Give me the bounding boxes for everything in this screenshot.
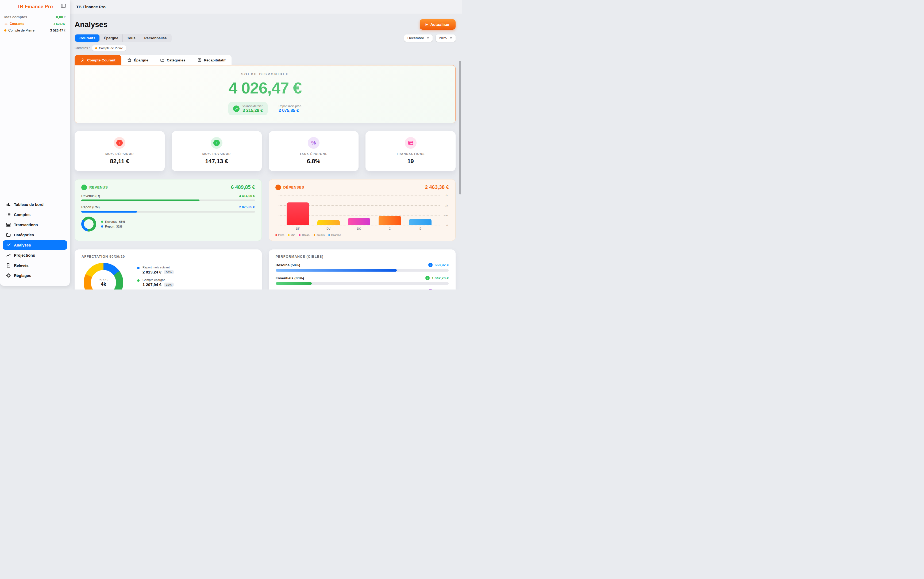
tab-compte-courant[interactable]: Compte Courant	[75, 55, 121, 65]
sidebar-header: TB Finance Pro	[0, 0, 70, 12]
account-dot-icon	[95, 47, 97, 49]
revenue-progress-track	[81, 200, 255, 201]
legend-item-revenus: Revenus 68%	[101, 220, 125, 223]
balance-value: 4 026,47 €	[80, 79, 450, 97]
bank-icon	[127, 58, 131, 62]
revenues-title: REVENUS	[89, 185, 108, 189]
nav-label: Transactions	[14, 223, 38, 227]
revenue-row-value: 4 414,00 €	[239, 194, 255, 198]
tab-recapitulatif[interactable]: Récapitulatif	[192, 55, 231, 65]
percentage-badge: 30%	[164, 283, 174, 287]
legend-dot-icon	[137, 279, 140, 282]
sidebar-toggle-icon[interactable]	[61, 3, 66, 9]
app-window: TB Finance Pro Mes comptes 0,00€ Courant…	[0, 0, 462, 290]
segment-epargne[interactable]: Épargne	[100, 34, 123, 42]
nav-label: Analyses	[14, 243, 31, 247]
tab-label: Récapitulatif	[204, 58, 226, 62]
main-content: Analyses ▶ Actualiser Courants Épargne T…	[70, 14, 462, 290]
tab-label: Épargne	[134, 58, 148, 62]
line-chart-icon	[6, 242, 11, 248]
arrow-up-circle-icon: ↑	[211, 137, 222, 149]
month-select[interactable]: Décembre	[404, 34, 433, 42]
segment-personnalise[interactable]: Personnalisé	[140, 34, 171, 42]
account-value: 3 526,47€	[50, 29, 66, 32]
expenses-bar-chart: 2k 1k 500 0	[279, 195, 440, 225]
account-item[interactable]: Compte de Pierre 3 526,47€	[4, 29, 66, 32]
vs-value: 3 215,28 €	[243, 108, 263, 113]
document-icon	[6, 263, 11, 268]
performance-title: PERFORMANCE (CIBLES)	[276, 255, 449, 258]
vs-label: vs mois dernier	[243, 105, 263, 108]
account-filter-chip[interactable]: Compte de Pierre	[92, 46, 126, 51]
sidebar-item-tableau-de-bord[interactable]: Tableau de bord	[3, 200, 67, 209]
bar-occasionnelles	[348, 218, 370, 225]
legend-dot-icon	[299, 234, 300, 236]
analysis-tabs: Compte Courant Épargne Catégories Récapi…	[75, 55, 231, 65]
arrow-up-circle-icon: ↑	[81, 185, 87, 190]
expenses-total: 2 463,38 €	[425, 184, 449, 190]
tab-label: Compte Courant	[87, 58, 115, 62]
tab-epargne[interactable]: Épargne	[121, 55, 154, 65]
allocation-title: AFFECTATION 50/30/20	[82, 255, 255, 258]
performance-track	[276, 269, 449, 272]
stat-label: MOY. REV/JOUR	[174, 152, 259, 155]
segment-tous[interactable]: Tous	[123, 34, 140, 42]
account-group-courants[interactable]: Courants 3 526,47	[4, 22, 66, 26]
tab-categories[interactable]: Catégories	[154, 55, 192, 65]
sidebar-item-comptes[interactable]: Comptes	[3, 210, 67, 219]
legend-dot-icon	[101, 226, 103, 227]
y-axis-tick: 0	[446, 224, 448, 227]
performance-fill	[276, 269, 397, 272]
donut-center-value: 4k	[101, 281, 106, 287]
balance-label: SOLDE DISPONIBLE	[80, 72, 450, 76]
account-group-value: 3 526,47	[54, 22, 66, 25]
allocation-donut-chart: TOTAL 4k	[84, 263, 123, 290]
sidebar-item-transactions[interactable]: Transactions	[3, 220, 67, 229]
stat-card-taux-epargne: % TAUX ÉPARGNE 6.8%	[269, 131, 359, 171]
accounts-list-icon	[6, 212, 11, 217]
account-dot-icon	[4, 29, 7, 31]
stat-label: MOY. DÉP/JOUR	[77, 152, 162, 155]
y-axis-tick: 2k	[445, 194, 448, 197]
nav-label: Catégories	[14, 233, 34, 237]
revenues-panel: ↑ REVENUS 6 489,85 € Revenus (R) 4 414,0…	[75, 179, 262, 241]
sidebar-item-projections[interactable]: Projections	[3, 250, 67, 260]
nav-label: Comptes	[14, 213, 31, 217]
card-icon	[405, 137, 417, 149]
arrow-down-circle-icon: ↓	[113, 137, 125, 149]
sidebar-item-reglages[interactable]: Réglages	[3, 271, 67, 280]
revenue-row-label: Revenus (R)	[81, 194, 100, 198]
main-area: TB Finance Pro Analyses ▶ Actualiser Cou…	[70, 0, 462, 290]
refresh-button[interactable]: ▶ Actualiser	[420, 19, 456, 29]
year-select-value: 2025	[439, 36, 447, 40]
sidebar-item-categories[interactable]: Catégories	[3, 230, 67, 240]
segment-courants[interactable]: Courants	[75, 34, 100, 42]
chip-label: Compte de Pierre	[99, 46, 123, 50]
revenues-total: 6 489,85 €	[231, 184, 255, 190]
stat-card-transactions: TRANSACTIONS 19	[366, 131, 456, 171]
trend-up-icon	[6, 253, 11, 258]
year-select[interactable]: 2025	[436, 34, 456, 42]
performance-card: PERFORMANCE (CIBLES) Besoins (50%) ✓660,…	[269, 249, 456, 290]
accounts-section: Mes comptes 0,00€ Courants 3 526,47 Comp…	[0, 12, 70, 36]
balance-card: SOLDE DISPONIBLE 4 026,47 € ↗ vs mois de…	[75, 65, 456, 123]
accounts-header-label: Mes comptes	[4, 15, 27, 19]
report-value: 2 075,85 €	[279, 108, 299, 113]
month-select-value: Décembre	[407, 36, 424, 40]
bar-credits	[379, 216, 401, 225]
nav-label: Tableau de bord	[14, 203, 44, 207]
page-title: Analyses	[75, 20, 107, 29]
gear-icon	[6, 273, 11, 278]
bar-variables	[317, 220, 340, 225]
expenses-title: DÉPENSES	[283, 185, 304, 189]
sidebar-item-analyses[interactable]: Analyses	[3, 240, 67, 250]
sidebar-item-releves[interactable]: Relevés	[3, 261, 67, 270]
legend-dot-icon	[276, 234, 277, 236]
performance-row-besoins: Besoins (50%) ✓660,92 €	[276, 263, 449, 272]
sidebar-nav: Tableau de bord Comptes Transactions Cat…	[0, 197, 70, 286]
nav-label: Relevés	[14, 263, 29, 268]
allocation-item-epargne: Compte épargne 1 207,94 € 30%	[137, 278, 174, 287]
vertical-scrollbar[interactable]	[459, 61, 461, 195]
legend-dot-icon	[137, 267, 140, 269]
accounts-filter-label: Comptes :	[75, 46, 90, 50]
